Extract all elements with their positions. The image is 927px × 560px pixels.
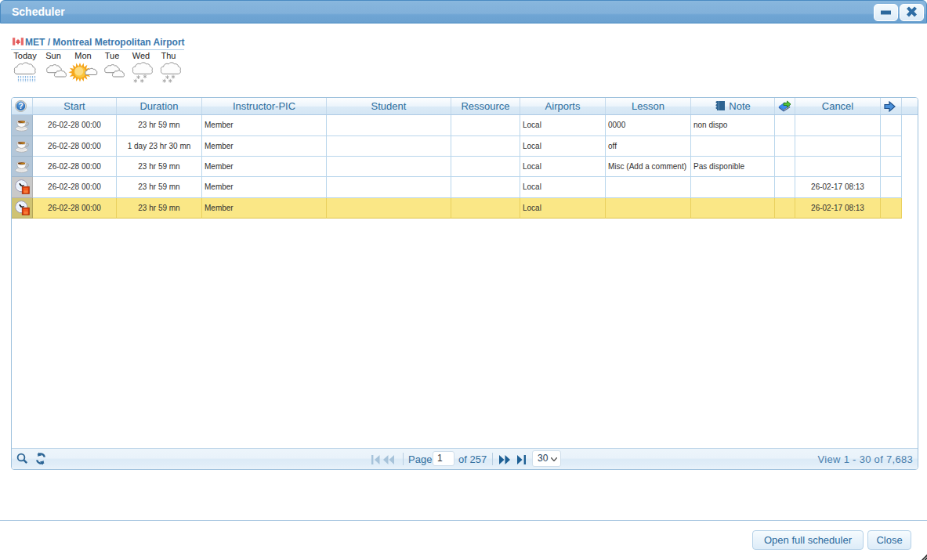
svg-text:?: ? [18,102,23,110]
